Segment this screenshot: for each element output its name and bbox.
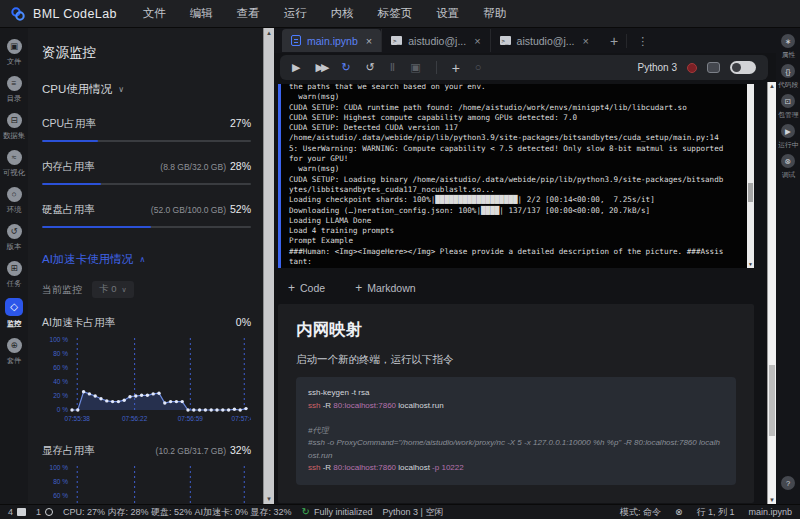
notebook-toolbar: ▶ ▶▶ ↻ ↺ Ⅱ ▣ + ○ Python 3	[280, 55, 768, 80]
bml-logo-icon	[10, 6, 26, 22]
kernel-name[interactable]: Python 3	[638, 62, 677, 73]
panel-scrollbar[interactable]: ▲ ▼	[263, 28, 274, 504]
memory-usage-value: 28%	[230, 160, 251, 172]
monitor-icon: ◇	[5, 298, 23, 316]
svg-text:80 %: 80 %	[53, 350, 68, 357]
sidebar-item-label: 文件	[7, 56, 22, 66]
tab-2[interactable]: >_aistudio@j...×	[490, 29, 598, 52]
menu-item-4[interactable]: 内核	[331, 6, 354, 21]
run-cell-button[interactable]: ▶	[292, 62, 300, 73]
menubar: BML CodeLab 文件编辑查看运行内核标签页设置帮助	[0, 0, 800, 28]
folder-icon: ▣	[7, 39, 22, 54]
ai-usage-label: AI加速卡占用率	[42, 316, 115, 330]
menu-item-1[interactable]: 编辑	[190, 6, 213, 21]
terminal-count-value: 4	[8, 507, 13, 517]
disk-usage-value: 52%	[230, 203, 251, 215]
menu-items: 文件编辑查看运行内核标签页设置帮助	[143, 6, 507, 21]
menu-item-0[interactable]: 文件	[143, 6, 166, 21]
add-markdown-label: Markdown	[367, 282, 415, 294]
ai-card-section-header[interactable]: AI加速卡使用情况 ∧	[42, 252, 251, 267]
restart-kernel-button[interactable]: ↻	[341, 62, 350, 73]
card-select-value: 卡 0	[99, 283, 116, 296]
right-panel-item-2[interactable]: ⊡包管理	[777, 94, 800, 120]
package-manager-icon: ⊡	[781, 94, 795, 108]
help-icon[interactable]: ?	[781, 476, 795, 490]
environment-icon: ○	[7, 187, 22, 202]
terminal-count[interactable]: 4	[8, 507, 26, 517]
add-markdown-cell-button[interactable]: + Markdown	[355, 281, 415, 295]
right-panel-item-1[interactable]: {}代码段	[777, 64, 800, 90]
run-all-button[interactable]: ▶▶	[315, 62, 326, 73]
app-title: BML CodeLab	[33, 7, 117, 21]
properties-gear-icon: ∗	[781, 34, 795, 48]
tab-1[interactable]: >_aistudio@j...×	[381, 29, 489, 52]
sidebar-item-1[interactable]: ≡目录	[0, 73, 28, 107]
right-panel-item-label: 运行中	[778, 141, 798, 150]
menu-item-7[interactable]: 帮助	[483, 6, 506, 21]
sidebar-item-6[interactable]: ⊞任务	[0, 258, 28, 292]
init-status: ↻ Fully initialized	[302, 507, 373, 517]
kernel-busy-indicator	[687, 63, 697, 73]
notebook-scrollbar[interactable]: ▲ ▼	[767, 82, 776, 504]
output-scrollbar[interactable]: ▼	[747, 84, 754, 268]
close-icon[interactable]: ×	[474, 35, 480, 47]
refresh-button[interactable]: ↺	[366, 62, 375, 73]
menu-item-6[interactable]: 设置	[436, 6, 459, 21]
menu-item-2[interactable]: 查看	[237, 6, 260, 21]
notebook-content: the paths that we search based on your e…	[274, 82, 766, 504]
output-text: the paths that we search based on your e…	[289, 84, 740, 267]
tab-bar: main.ipynb×>_aistudio@j...×>_aistudio@j.…	[274, 28, 776, 53]
scroll-down-icon[interactable]: ▼	[264, 496, 274, 502]
close-icon[interactable]: ×	[583, 35, 589, 47]
add-code-cell-button[interactable]: + Code	[288, 281, 325, 295]
add-cell-button[interactable]: +	[452, 61, 460, 75]
plus-icon: +	[355, 281, 362, 295]
interrupt-kernel-button[interactable]: Ⅱ	[390, 62, 395, 73]
right-panel-item-4[interactable]: ⊗调试	[781, 154, 796, 180]
right-panel-item-0[interactable]: ∗属性	[781, 34, 796, 60]
disk-usage-metric: 硬盘占用率 (52.0 GB/100.0 GB) 52%	[42, 203, 251, 228]
tab-more-options-button[interactable]: ⋮	[626, 34, 648, 48]
keyboard-icon[interactable]	[707, 62, 720, 73]
current-monitor-label: 当前监控	[42, 283, 82, 297]
kernel-status[interactable]: Python 3 | 空闲	[383, 506, 444, 519]
sidebar-item-3[interactable]: ≈可视化	[0, 147, 28, 181]
sidebar-item-5[interactable]: ↺版本	[0, 221, 28, 255]
markdown-cell[interactable]: 内网映射 启动一个新的终端，运行以下指令 ssh-keygen -t rsass…	[278, 304, 754, 503]
sidebar-item-label: 数据集	[3, 130, 25, 140]
sidebar-item-2[interactable]: ⊟数据集	[0, 110, 28, 144]
terminal-icon: >_	[391, 36, 402, 45]
cpu-section-label: CPU使用情况	[42, 82, 112, 97]
save-button[interactable]: ▣	[410, 62, 420, 73]
terminal-icon: >_	[500, 36, 511, 45]
mode-toggle[interactable]	[730, 61, 756, 74]
code-cell-output: the paths that we search based on your e…	[278, 84, 754, 268]
markdown-heading: 内网映射	[296, 319, 736, 341]
sidebar-item-8[interactable]: ⊕套件	[0, 335, 28, 369]
vram-usage-detail: (10.2 GB/31.7 GB)	[156, 446, 226, 456]
shield-icon: ⊗	[675, 507, 683, 517]
close-icon[interactable]: ×	[366, 35, 372, 47]
scroll-down-icon[interactable]: ▼	[768, 497, 776, 503]
cpu-usage-metric: CPU占用率 27%	[42, 117, 251, 142]
menu-item-3[interactable]: 运行	[284, 6, 307, 21]
memory-usage-metric: 内存占用率 (8.8 GB/32.0 GB) 28%	[42, 160, 251, 185]
code-line-0: ssh-keygen -t rsa	[308, 387, 724, 400]
scroll-down-icon[interactable]: ▼	[747, 261, 754, 267]
kernel-count[interactable]: 1	[36, 507, 53, 517]
cpu-section-header[interactable]: CPU使用情况 ∨	[42, 82, 251, 97]
editor-mode[interactable]: 模式: 命令	[620, 506, 661, 519]
sidebar-item-7[interactable]: ◇监控	[0, 295, 28, 332]
sidebar-item-0[interactable]: ▣文件	[0, 36, 28, 70]
scrollbar-thumb[interactable]	[769, 365, 775, 437]
scroll-up-icon[interactable]: ▲	[264, 30, 274, 36]
menu-item-5[interactable]: 标签页	[378, 6, 413, 21]
cursor-position[interactable]: 行 1, 列 1	[696, 506, 734, 519]
tab-0[interactable]: main.ipynb×	[282, 29, 381, 52]
vram-usage-metric: 显存占用率 (10.2 GB/31.7 GB) 32%	[42, 444, 251, 458]
new-tab-button[interactable]: +	[610, 33, 618, 49]
right-panel-item-3[interactable]: ▶运行中	[777, 124, 800, 150]
card-select-dropdown[interactable]: 卡 0 ∨	[92, 281, 134, 298]
sidebar-item-4[interactable]: ○环境	[0, 184, 28, 218]
scroll-up-icon[interactable]: ▲	[768, 83, 776, 89]
